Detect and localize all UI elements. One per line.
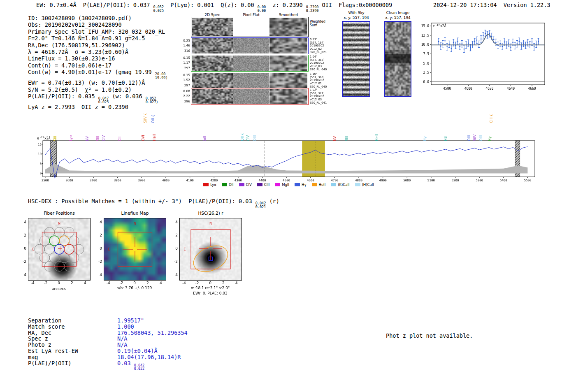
match-table-value: 176.508043, 51.296354 bbox=[117, 329, 188, 336]
fiber-xtick: 0 bbox=[55, 281, 63, 285]
match-table-value: 0.19(±0.04)Å bbox=[117, 348, 158, 354]
match-table-value: 1.99517" bbox=[117, 317, 144, 324]
fiber-row-2d-spec bbox=[192, 38, 233, 53]
fiber-xtick: 4 bbox=[81, 281, 89, 285]
weighted-smoothed-image bbox=[269, 18, 307, 36]
match-table-value: N/A bbox=[117, 341, 127, 348]
match-table-row: RA, Dec176.508043, 51.296354 bbox=[28, 330, 188, 336]
clean-image-title: Clean Image bbox=[382, 11, 414, 15]
hsc-ytick: -2 bbox=[170, 260, 178, 264]
lineflux-ytick: -4 bbox=[95, 273, 102, 277]
lineflux-overlay: N E bbox=[104, 218, 166, 280]
lineflux-subtext: s/b: 3.76 +/- 0.129 bbox=[95, 286, 174, 290]
match-table-row: P(LAE)/P(OII)0.03 0.0420.022 bbox=[28, 360, 188, 371]
spectral-line-label: CIII { bbox=[489, 114, 494, 123]
fiber-row-annotation: 1.04"(557, 368)20190202v012_03320_RL_040 bbox=[310, 56, 339, 72]
info-line: Obs: 20190202v012_3002428090 bbox=[28, 21, 168, 28]
lineflux-ytick: 4 bbox=[95, 220, 102, 224]
fiber-ytick: -2 bbox=[19, 260, 26, 264]
legend-item: Hγ bbox=[295, 183, 306, 187]
hsc-xtick: -2 bbox=[193, 281, 201, 285]
fiber-row-weights: 0.151.17297 bbox=[179, 56, 190, 71]
legend-label: Lyα bbox=[210, 183, 216, 187]
info-line: F=2.0" T=0.146 N̄=1.84 A=0.91 g=24.5 bbox=[28, 35, 168, 42]
emission-line-fit-plot bbox=[419, 20, 547, 94]
legend-label: CIV bbox=[246, 183, 252, 187]
legend-item: Lyα bbox=[203, 183, 216, 187]
match-table-value: 1.000 bbox=[117, 323, 134, 330]
legend-label: OII bbox=[229, 183, 234, 187]
hsc-ytick: -4 bbox=[170, 273, 178, 277]
compass-east-label: E bbox=[32, 248, 34, 251]
stacked-uncertainty: 0.000.00 bbox=[258, 5, 266, 12]
with-sky-title: With Sky bbox=[340, 11, 373, 15]
legend-item: CIII bbox=[257, 183, 269, 187]
fiber-ytick: 2 bbox=[19, 233, 26, 237]
lineflux-ytick: 2 bbox=[95, 233, 102, 237]
info-line: P(LAE)/P(OII): 0.035 0.0470.025 (w: 0.03… bbox=[28, 93, 168, 104]
fiber-circle-orange bbox=[59, 236, 69, 246]
compass-north-label: N bbox=[209, 222, 212, 225]
stacked-uncertainty: 0.0420.021 bbox=[255, 202, 266, 209]
legend-swatch bbox=[295, 183, 300, 186]
clean-image bbox=[385, 22, 411, 96]
col-header-pixel-flat: Pixel Flat bbox=[233, 13, 269, 17]
info-line: EWr = 0.74(±0.13) (w: 0.70(±0.12))Å bbox=[28, 79, 168, 86]
match-table-row: mag18.04(17.96,18.14)R bbox=[28, 354, 188, 360]
lineflux-ytick: -2 bbox=[95, 260, 102, 264]
info-line: λ = 4618.72Å σ = 3.23(±0.60)Å bbox=[28, 49, 168, 55]
info-line: ID: 3002428090 (3002428090.pdf) bbox=[28, 15, 168, 21]
legend-label: (K)CaII bbox=[338, 183, 349, 187]
stacked-uncertainty: 0.0470.025 bbox=[98, 97, 109, 104]
fiber-positions-title: Fiber Positions bbox=[28, 211, 91, 216]
match-table-row: Photo zN/A bbox=[28, 342, 188, 348]
fiber-row-pixel-flat bbox=[233, 89, 269, 104]
col-header-smoothed: Smoothed bbox=[269, 13, 307, 17]
match-table-row: Separation1.99517" bbox=[28, 318, 188, 324]
match-table-label: Spec z bbox=[28, 336, 117, 342]
hsc-ytick: 0 bbox=[170, 246, 178, 251]
fiber-row-2d-spec bbox=[192, 56, 233, 71]
match-table-label: Match score bbox=[28, 324, 117, 330]
timestamp-version: 2024-12-20 17:13:04 Version 1.22.3 bbox=[433, 2, 550, 8]
hsc-ytick: 4 bbox=[170, 220, 178, 224]
legend-item: OII bbox=[222, 183, 234, 187]
lineflux-xtick: -2 bbox=[118, 281, 125, 285]
info-line: Cont(n) = 4.70(±0.06)e-17 bbox=[28, 62, 168, 69]
lineflux-xtick: 4 bbox=[157, 281, 165, 285]
match-table-label: mag bbox=[28, 354, 117, 360]
lineflux-ytick: 0 bbox=[95, 246, 102, 251]
legend-label: MgII bbox=[282, 183, 289, 187]
hsc-subtext-1: m:18.1 re:3.1" s:2.0" bbox=[171, 286, 249, 290]
match-table-row: Match score1.000 bbox=[28, 324, 188, 330]
info-line: LyA z = 2.7993 OII z = 0.2390 bbox=[28, 104, 168, 110]
match-table-label: P(LAE)/P(OII) bbox=[28, 360, 117, 366]
info-line: Primary Spec_Slot_IFU_AMP: 320_032_020_R… bbox=[28, 28, 168, 35]
fiber-row-smoothed bbox=[269, 89, 307, 104]
match-table-label: Photo z bbox=[28, 342, 117, 348]
legend-swatch bbox=[203, 183, 209, 186]
hsc-image-panel: N E bbox=[179, 218, 242, 281]
fiber-row-pixel-flat bbox=[233, 73, 269, 88]
hsc-xtick: 2 bbox=[220, 281, 227, 285]
lineflux-xtick: 0 bbox=[131, 281, 138, 285]
match-table-row: Spec zN/A bbox=[28, 336, 188, 342]
fiber-row-smoothed bbox=[269, 38, 307, 53]
extraction-box bbox=[191, 230, 230, 269]
catalog-match-table: Separation1.99517"Match score1.000RA, De… bbox=[28, 318, 188, 371]
stacked-uncertainty: 0.0420.022 bbox=[134, 364, 145, 371]
legend-label: Hγ bbox=[302, 183, 306, 187]
weighted-2d-spec-image bbox=[192, 18, 233, 36]
fiber-circle-green bbox=[49, 236, 59, 246]
legend-label: (H)CaII bbox=[362, 183, 374, 187]
match-table-value: N/A bbox=[117, 335, 127, 342]
lineflux-map-panel: N E bbox=[104, 218, 166, 281]
col-header-2d-spec: 2D Spec bbox=[192, 13, 233, 17]
fiber-circle-blue bbox=[54, 244, 64, 254]
match-table-value: 0.03 0.0420.022 bbox=[117, 360, 144, 366]
legend-swatch bbox=[355, 183, 360, 186]
fiber-row-annotation: 0.53"(557, 194)20190202v012_02320_RL_021 bbox=[310, 38, 339, 54]
spectral-line-label: SiIV { bbox=[143, 113, 148, 123]
crosshair-icon bbox=[58, 246, 62, 251]
lineflux-xtick: 2 bbox=[144, 281, 151, 285]
